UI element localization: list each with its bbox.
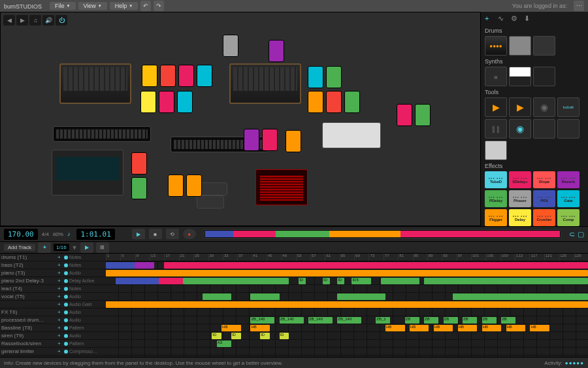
add-track-button[interactable]: Add Track xyxy=(4,244,35,251)
canvas-pedal-20[interactable] xyxy=(186,175,202,197)
track-row[interactable]: general limiter+Compresso… xyxy=(0,348,106,356)
clip[interactable]: HB xyxy=(482,325,502,331)
clip[interactable]: HB xyxy=(458,325,478,331)
metronome-icon[interactable]: ✦ xyxy=(38,243,51,253)
canvas-device-5[interactable] xyxy=(322,122,381,148)
expand-icon[interactable]: + xyxy=(57,301,63,307)
user-menu-icon[interactable]: ⋯ xyxy=(574,1,584,11)
effect-Reverb[interactable]: ●●● ●●●Reverb xyxy=(557,171,580,188)
effect-PDelay[interactable]: ●●● ●●●PDelay xyxy=(485,190,507,207)
track-active-dot[interactable] xyxy=(64,334,68,338)
canvas-pedal-3[interactable] xyxy=(197,65,212,87)
expand-icon[interactable]: + xyxy=(57,317,63,323)
track-row[interactable]: siren (T9)+Audio xyxy=(0,332,106,340)
record-button[interactable]: ● xyxy=(183,229,196,239)
clip[interactable]: ZB_140 xyxy=(280,317,304,324)
menu-view[interactable]: View▼ xyxy=(78,2,107,10)
canvas-pedal-13[interactable] xyxy=(344,91,360,113)
canvas-device-0[interactable] xyxy=(59,63,131,104)
tool-blank-2[interactable] xyxy=(557,119,580,139)
grid-resolution[interactable]: 1/16 xyxy=(54,244,69,251)
tool-sliders[interactable] xyxy=(485,141,507,160)
effect-Fligger[interactable]: ●●● ●●●Fligger xyxy=(485,209,507,226)
nav-fwd-icon[interactable]: ▶ xyxy=(16,15,28,25)
canvas-pedal-21[interactable] xyxy=(397,104,412,126)
canvas-device-1[interactable] xyxy=(229,63,301,104)
clip[interactable]: HB xyxy=(221,325,241,331)
track-active-dot[interactable] xyxy=(64,287,68,291)
expand-icon[interactable]: + xyxy=(57,254,63,260)
effect-Delay[interactable]: ●●● ●●●Delay xyxy=(509,209,531,226)
clip[interactable]: HB xyxy=(434,325,453,331)
expand-icon[interactable]: + xyxy=(57,309,63,315)
track-row[interactable]: FX T6)+Audio xyxy=(0,309,106,316)
clip[interactable]: HB xyxy=(506,325,526,331)
stop-button[interactable]: ■ xyxy=(149,229,162,239)
effect-Comp[interactable]: ●●● ●●●Comp xyxy=(557,209,580,226)
effect-TubeD[interactable]: ●●● ●●●TubeD xyxy=(485,171,507,188)
clip[interactable]: ZB xyxy=(405,317,419,324)
timeline[interactable]: 1591317212529333741454953576165697377818… xyxy=(106,254,588,357)
canvas-device-4[interactable] xyxy=(52,150,123,195)
device-canvas[interactable]: ◀ ▶ ♫ 🔊 ⏻ xyxy=(0,12,481,226)
menu-file[interactable]: File▼ xyxy=(50,2,75,10)
track-active-dot[interactable] xyxy=(64,350,68,354)
canvas-pedal-16[interactable] xyxy=(244,129,259,151)
clip[interactable]: HB xyxy=(250,325,270,331)
clip[interactable] xyxy=(381,278,419,284)
track-row[interactable]: piano 2nd Delay-3+Delay Active xyxy=(0,277,106,285)
clip[interactable]: ZB_140 xyxy=(337,317,361,324)
track-row[interactable]: processed drum…+Audio xyxy=(0,316,106,324)
effect-Slope[interactable]: ●●● ●●●Slope xyxy=(533,171,555,188)
effect-PE6[interactable]: ●●● ●●●PE6 xyxy=(533,190,555,207)
synth-1[interactable]: ▦ xyxy=(485,67,507,86)
arrangement-overview[interactable] xyxy=(204,229,561,239)
effect-Phaser[interactable]: ●●● ●●●Phaser xyxy=(509,190,531,207)
timeline-row[interactable]: A3 xyxy=(106,340,588,348)
track-row[interactable]: Rasselbock/siren+Pattern xyxy=(0,340,106,348)
track-active-dot[interactable] xyxy=(64,256,68,259)
clip[interactable]: ZB xyxy=(444,317,458,324)
track-active-dot[interactable] xyxy=(64,279,68,283)
canvas-pedal-12[interactable] xyxy=(326,91,342,113)
tempo-display[interactable]: 170.00 xyxy=(4,229,38,240)
canvas-device-6[interactable] xyxy=(255,169,308,205)
expand-icon[interactable]: + xyxy=(57,278,63,284)
expand-icon[interactable]: + xyxy=(57,325,63,331)
track-play-icon[interactable]: ▶ xyxy=(80,243,93,253)
clip[interactable] xyxy=(106,301,588,308)
clip[interactable]: ID xyxy=(337,278,344,284)
canvas-pedal-11[interactable] xyxy=(308,91,323,113)
canvas-pedal-1[interactable] xyxy=(160,65,176,87)
clip[interactable]: ID xyxy=(323,278,330,284)
clip[interactable]: ID5 xyxy=(351,278,371,284)
track-row[interactable]: bass (T2)+Notes xyxy=(0,261,106,269)
tool-mixer[interactable]: ⫿⫿ xyxy=(485,119,507,139)
timeline-row[interactable] xyxy=(106,285,588,293)
timeline-row[interactable]: IDIDIDID5 xyxy=(106,277,588,285)
timeline-row[interactable]: HBHBHBHBHBHBHBHBHB xyxy=(106,324,588,332)
add-device-icon[interactable]: + xyxy=(485,14,494,24)
timeline-row[interactable] xyxy=(106,309,588,316)
tool-knob[interactable]: ◉ xyxy=(533,97,555,117)
clip[interactable]: A3 xyxy=(217,341,231,347)
timeline-row[interactable] xyxy=(106,356,588,357)
timeline-row[interactable] xyxy=(106,348,588,356)
clip[interactable] xyxy=(106,270,588,276)
clip[interactable]: ID xyxy=(260,333,270,339)
clip[interactable]: HB xyxy=(410,325,429,331)
loop-mode-icon[interactable]: ⊂ xyxy=(569,230,575,239)
swing-pct[interactable]: 60% xyxy=(53,231,63,237)
canvas-device-8[interactable] xyxy=(200,182,227,195)
time-signature[interactable]: 4/4 xyxy=(42,231,49,237)
clip[interactable]: ZB_1 xyxy=(376,317,390,324)
track-settings-icon[interactable]: ⊞ xyxy=(96,243,109,253)
clip[interactable]: ZB xyxy=(424,317,438,324)
drum-machine-1[interactable]: ●●●● xyxy=(485,36,507,56)
clip[interactable]: HB xyxy=(385,325,405,331)
expand-icon[interactable]: + xyxy=(57,262,63,268)
timeline-row[interactable] xyxy=(106,261,588,269)
redo-icon[interactable]: ↷ xyxy=(154,1,164,11)
canvas-pedal-8[interactable] xyxy=(269,40,284,62)
folder-icon[interactable]: ▢ xyxy=(578,230,584,239)
